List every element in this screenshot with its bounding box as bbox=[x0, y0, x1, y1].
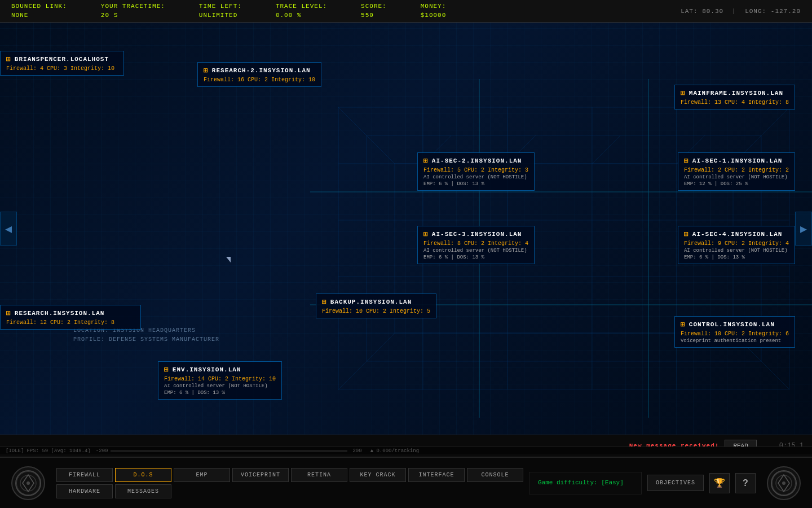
empty-btn-5 bbox=[291, 484, 347, 498]
help-button[interactable]: ? bbox=[735, 473, 756, 493]
dos-button[interactable]: D.O.S bbox=[115, 468, 171, 482]
messages-button[interactable]: MESSAGES bbox=[115, 484, 171, 498]
console-button[interactable]: CONSOLE bbox=[467, 468, 523, 482]
crosshair-icon: ⊞ bbox=[684, 156, 689, 165]
bounced-link: Bounced Link: NONE bbox=[11, 2, 67, 20]
difficulty-text: Game difficulty: [Easy] bbox=[538, 479, 624, 486]
nav-left-arrow[interactable]: ◀ bbox=[0, 212, 17, 246]
trophy-button[interactable]: 🏆 bbox=[709, 473, 730, 493]
crosshair-icon: ⊞ bbox=[204, 66, 209, 75]
lat-long: LAT: 80.30 | LONG: -127.20 bbox=[681, 8, 801, 15]
crosshair-icon: ⊞ bbox=[6, 309, 11, 318]
time-left: Time Left: UNLIMITED bbox=[199, 2, 242, 20]
retina-button[interactable]: RETINA bbox=[291, 468, 347, 482]
keycrack-button[interactable]: KEY CRACK bbox=[350, 468, 406, 482]
server-card-aisec1[interactable]: ⊞ AI-SEC-1.INSYSION.LAN Firewall: 2 CPU:… bbox=[678, 152, 795, 191]
empty-btn-6 bbox=[350, 484, 406, 498]
empty-btn-7 bbox=[408, 484, 465, 498]
info-panel: Game difficulty: [Easy] OBJECTIVES 🏆 ? bbox=[529, 472, 761, 494]
crosshair-icon: ⊞ bbox=[6, 55, 11, 64]
logo-left bbox=[6, 461, 51, 506]
svg-point-23 bbox=[16, 471, 41, 496]
server-card-aisec3[interactable]: ⊞ AI-SEC-3.INSYSION.LAN Firewall: 8 CPU:… bbox=[417, 226, 535, 264]
crosshair-icon: ⊞ bbox=[681, 320, 686, 329]
svg-line-17 bbox=[592, 135, 620, 164]
logo-circle-right bbox=[767, 466, 801, 500]
empty-btn-4 bbox=[232, 484, 289, 498]
server-card-aisec2[interactable]: ⊞ AI-SEC-2.INSYSION.LAN Firewall: 5 CPU:… bbox=[417, 152, 535, 191]
svg-point-26 bbox=[771, 471, 796, 496]
bottom-bar: FIREWALL D.O.S EMP VOICEPRINT RETINA KEY… bbox=[0, 457, 812, 508]
emp-button[interactable]: EMP bbox=[174, 468, 230, 482]
server-card-research[interactable]: ⊞ RESEARCH.INSYSION.LAN Firewall: 12 CPU… bbox=[0, 305, 141, 330]
crosshair-icon: ⊞ bbox=[423, 156, 429, 165]
hardware-button[interactable]: HARDWARE bbox=[56, 484, 113, 498]
server-card-control[interactable]: ⊞ CONTROL.INSYSION.LAN Firewall: 10 CPU:… bbox=[674, 316, 795, 348]
tracking-bar: [IDLE] FPS: 59 (Avg: 1049.4) -200 200 ▲ … bbox=[0, 446, 812, 454]
logo-svg-right bbox=[770, 469, 798, 497]
logo-svg-left bbox=[14, 469, 42, 497]
money: Money: $10000 bbox=[421, 2, 447, 20]
logo-right bbox=[761, 461, 806, 506]
objectives-button[interactable]: OBJECTIVES bbox=[647, 475, 704, 491]
interface-button[interactable]: INTERFACE bbox=[408, 468, 465, 482]
server-card-backup[interactable]: ⊞ BACKUP.INSYSION.LAN Firewall: 10 CPU: … bbox=[316, 294, 436, 318]
crosshair-icon: ⊞ bbox=[681, 89, 686, 98]
server-card-mainframe[interactable]: ⊞ MAINFRAME.INSYSION.LAN Firewall: 13 CP… bbox=[674, 85, 795, 110]
crosshair-icon: ⊞ bbox=[684, 230, 689, 239]
trace-level: Trace Level: 0.00 % bbox=[276, 2, 327, 20]
crosshair-icon: ⊞ bbox=[322, 297, 327, 306]
svg-point-28 bbox=[782, 481, 785, 485]
crosshair-icon: ⊞ bbox=[423, 230, 429, 239]
logo-circle-left bbox=[11, 466, 45, 500]
tracetime: Your Tracetime: 20 s bbox=[101, 2, 165, 20]
game-area: ◀ ▶ ⊞ BRIANSPENCER.LOCALHOST Firewall: 4… bbox=[0, 23, 812, 435]
server-card-research2[interactable]: ⊞ RESEARCH-2.INSYSION.LAN Firewall: 16 C… bbox=[197, 62, 321, 87]
server-card-brianspencer[interactable]: ⊞ BRIANSPENCER.LOCALHOST Firewall: 4 CPU… bbox=[0, 51, 124, 76]
server-card-env[interactable]: ⊞ ENV.INSYSION.LAN Firewall: 14 CPU: 2 I… bbox=[158, 361, 282, 400]
firewall-button[interactable]: FIREWALL bbox=[56, 468, 113, 482]
score: Score: 550 bbox=[361, 2, 387, 20]
game-difficulty-panel: Game difficulty: [Easy] bbox=[529, 472, 642, 494]
svg-point-27 bbox=[776, 475, 792, 491]
svg-point-24 bbox=[20, 475, 36, 491]
svg-point-25 bbox=[27, 481, 30, 485]
server-card-aisec4[interactable]: ⊞ AI-SEC-4.INSYSION.LAN Firewall: 9 CPU:… bbox=[678, 226, 795, 264]
empty-btn-3 bbox=[174, 484, 230, 498]
empty-btn-8 bbox=[467, 484, 523, 498]
button-grid: FIREWALL D.O.S EMP VOICEPRINT RETINA KEY… bbox=[51, 463, 529, 503]
voiceprint-button[interactable]: VOICEPRINT bbox=[232, 468, 289, 482]
crosshair-icon: ⊞ bbox=[164, 365, 169, 374]
tracking-progress bbox=[111, 450, 347, 452]
nav-right-arrow[interactable]: ▶ bbox=[795, 212, 812, 246]
top-hud: Bounced Link: NONE Your Tracetime: 20 s … bbox=[0, 0, 812, 23]
